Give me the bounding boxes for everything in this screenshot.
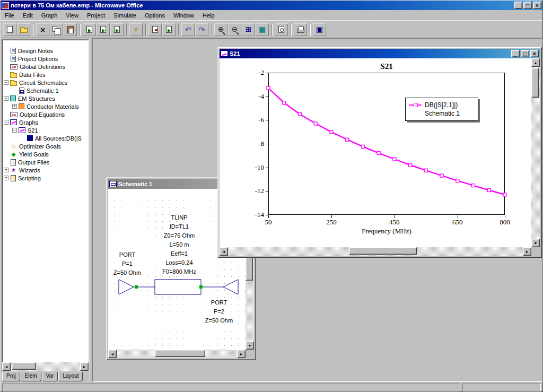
legend-entry-sub: Schematic 1 <box>409 109 475 118</box>
window-controls: _ □ × <box>514 2 541 9</box>
cascade-windows-button[interactable]: ▣ <box>313 23 326 36</box>
tree-item-output-files[interactable]: Output Files <box>18 159 49 165</box>
tree-toggle-s21[interactable]: − <box>12 128 17 133</box>
tree-toggle-em-structures[interactable]: − <box>4 96 8 101</box>
new-graph-button[interactable] <box>110 23 124 36</box>
legend-entry: DB(|S[2,1]|) <box>409 101 475 109</box>
y-tick-label: -12 <box>242 187 264 195</box>
tree-item-graphs[interactable]: Graphs <box>19 119 38 126</box>
scroll-track[interactable] <box>11 362 80 371</box>
graph-close-button[interactable]: × <box>530 50 539 57</box>
scroll-down-button[interactable]: ▼ <box>531 239 540 247</box>
maximize-button[interactable]: □ <box>523 2 532 9</box>
down-arrow-icon: ▼ <box>534 241 538 245</box>
scroll-right-button[interactable]: ► <box>237 350 246 358</box>
tree-row: Output Files <box>2 158 89 166</box>
menu-item-edit[interactable]: Edit <box>19 11 37 20</box>
tree-toggle-graphs[interactable]: − <box>4 120 8 125</box>
tab-layout[interactable]: Layout <box>58 372 83 381</box>
new-schematic-button[interactable] <box>83 23 96 36</box>
tab-proj[interactable]: Proj <box>2 372 20 381</box>
tree-item-optimizer-goals[interactable]: Optimizer Goals <box>19 143 61 150</box>
tab-elem[interactable]: Elem <box>21 372 41 381</box>
tree-toggle-circuit-schematics[interactable]: − <box>4 80 8 85</box>
scroll-thumb[interactable] <box>155 350 205 357</box>
open-project-button[interactable] <box>17 23 30 36</box>
tree-item-design-notes[interactable]: Design Notes <box>18 48 53 54</box>
view-area-button[interactable]: ▦ <box>256 23 269 36</box>
copy-button[interactable] <box>50 23 63 36</box>
tab-var[interactable]: Var <box>42 372 58 381</box>
scroll-up-button[interactable]: ▲ <box>531 58 540 67</box>
tree-item-scripting[interactable]: Scripting <box>18 175 41 181</box>
new-document-button[interactable] <box>3 23 16 36</box>
tree-item-conductor-materials[interactable]: Conductor Materials <box>27 103 78 110</box>
menu-item-graph[interactable]: Graph <box>37 11 62 20</box>
app-titlebar[interactable]: потери в 75 Ом кабеле.emp - Microwave Of… <box>1 1 542 10</box>
tree-item-wizards[interactable]: Wizards <box>19 167 40 173</box>
scroll-track[interactable] <box>531 67 540 239</box>
scroll-right-button[interactable]: ► <box>523 247 531 256</box>
paste-button[interactable] <box>64 23 77 36</box>
resize-corner[interactable] <box>246 350 254 358</box>
analyze-button[interactable]: ⚡ <box>129 23 143 36</box>
scroll-left-button[interactable]: ◄ <box>220 247 228 256</box>
resize-corner[interactable] <box>531 247 540 256</box>
menu-item-file[interactable]: File <box>1 11 19 20</box>
tree-item-circuit-schematics[interactable]: Circuit Schematics <box>19 80 67 86</box>
graph-horizontal-scrollbar[interactable]: ◄ ► <box>220 247 531 256</box>
new-em-structure-button[interactable] <box>97 23 110 36</box>
graph-titlebar[interactable]: S21 _ □ × <box>220 49 540 58</box>
graph-maximize-button[interactable]: □ <box>521 50 529 57</box>
tree-horizontal-scrollbar[interactable]: ◄ ► <box>2 362 89 371</box>
scroll-track[interactable] <box>228 247 523 256</box>
tree-item-data-files[interactable]: Data Files <box>19 72 46 78</box>
app-icon <box>2 2 9 9</box>
schematic-horizontal-scrollbar[interactable]: ◄ ► <box>108 350 246 358</box>
redo-button[interactable]: ↷ <box>195 23 208 36</box>
scroll-thumb[interactable] <box>531 68 539 98</box>
tree-toggle-wizards[interactable]: + <box>4 168 8 172</box>
scroll-thumb[interactable] <box>12 362 36 370</box>
tree-item-all-sources-db-s[interactable]: All Sources:DB(|S <box>35 135 82 142</box>
tree-item-s21[interactable]: S21 <box>28 127 38 134</box>
print-button[interactable] <box>294 23 307 36</box>
tree-toggle-scripting[interactable]: + <box>4 176 8 180</box>
add-equation-button[interactable] <box>148 23 162 36</box>
chart-legend: DB(|S[2,1]|) Schematic 1 <box>405 98 478 121</box>
print-preview-button[interactable] <box>275 23 288 36</box>
graph-minimize-button[interactable]: _ <box>511 50 520 57</box>
scroll-down-button[interactable]: ▼ <box>246 341 254 350</box>
menu-item-options[interactable]: Options <box>141 11 169 20</box>
menu-item-view[interactable]: View <box>62 11 83 20</box>
scroll-track[interactable] <box>117 350 237 358</box>
zoom-out-button[interactable]: ⊖ <box>228 23 241 36</box>
menu-item-project[interactable]: Project <box>83 11 109 20</box>
scroll-left-button[interactable]: ◄ <box>108 350 117 358</box>
tlinp-id: ID=TL1 <box>151 222 208 231</box>
tree-item-output-equations[interactable]: Output Equations <box>20 111 65 118</box>
close-button[interactable]: × <box>533 2 541 9</box>
tree-item-em-structures[interactable]: EM Structures <box>18 95 55 102</box>
menu-item-simulate[interactable]: Simulate <box>109 11 141 20</box>
scroll-left-button[interactable]: ◄ <box>2 362 11 371</box>
minimize-button[interactable]: _ <box>514 2 522 9</box>
zoom-fit-button[interactable]: ⊞ <box>242 23 255 36</box>
menu-item-help[interactable]: Help <box>198 11 219 20</box>
tree-item-global-definitions[interactable]: Global Definitions <box>20 64 65 70</box>
tree-item-project-options[interactable]: Project Options <box>18 56 58 62</box>
scroll-right-button[interactable]: ► <box>80 362 89 371</box>
zoom-in-button[interactable]: ⊕ <box>214 23 227 36</box>
tree-toggle-conductor-materials[interactable]: + <box>12 104 17 109</box>
graph-vertical-scrollbar[interactable]: ▲ ▼ <box>531 58 540 247</box>
tree-item-schematic-1[interactable]: Schematic 1 <box>27 88 59 94</box>
undo-button[interactable]: ↶ <box>181 23 195 36</box>
cut-button[interactable]: × <box>36 23 49 36</box>
scroll-thumb[interactable] <box>349 247 417 255</box>
menu-item-window[interactable]: Window <box>169 11 198 20</box>
s21-marker <box>409 163 412 167</box>
graph-window[interactable]: S21 _ □ × S21 Frequency (MHz) <box>217 47 542 258</box>
tree-item-yield-goals[interactable]: Yield Goals <box>19 151 49 158</box>
node-marker <box>135 285 138 289</box>
add-output-equation-button[interactable] <box>162 23 176 36</box>
